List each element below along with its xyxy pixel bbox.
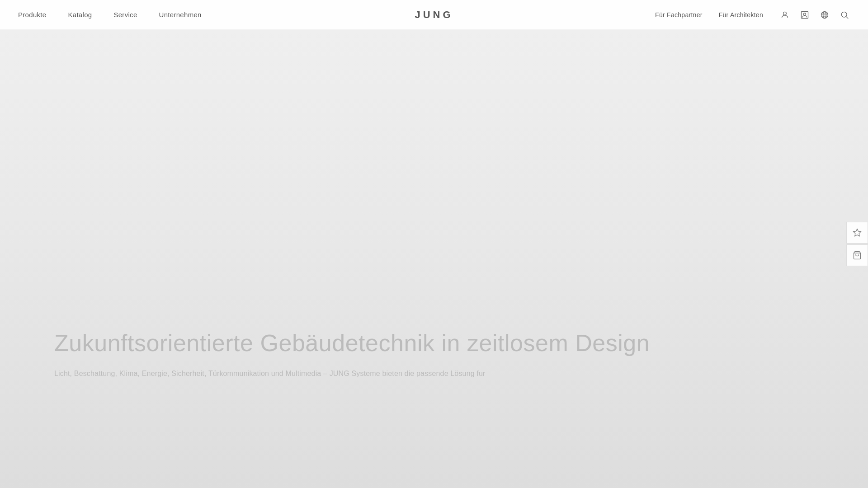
main-header: Produkte Katalog Service Unternehmen JUN… xyxy=(0,0,868,30)
svg-point-2 xyxy=(804,13,806,15)
svg-line-9 xyxy=(846,16,849,19)
globe-icon[interactable] xyxy=(819,9,830,20)
nav-unternehmen[interactable]: Unternehmen xyxy=(159,11,202,19)
hero-headline: Zukunftsorientierte Gebäudetechnik in ze… xyxy=(54,329,814,357)
cart-button[interactable] xyxy=(846,244,868,266)
hero-subline: Licht, Beschattung, Klima, Energie, Sich… xyxy=(54,368,687,380)
search-icon[interactable] xyxy=(839,9,850,20)
svg-point-8 xyxy=(841,12,847,17)
nav-icons xyxy=(779,9,850,20)
nav-service[interactable]: Service xyxy=(113,11,137,19)
nav-right-links: Für Fachpartner Für Architekten xyxy=(655,11,763,19)
nav-architekten[interactable]: Für Architekten xyxy=(719,11,763,19)
hero-area: Zukunftsorientierte Gebäudetechnik in ze… xyxy=(0,0,868,488)
hero-bottom-text: Zukunftsorientierte Gebäudetechnik in ze… xyxy=(54,329,814,380)
user-icon[interactable] xyxy=(779,9,790,20)
svg-marker-10 xyxy=(854,229,861,236)
brand-logo[interactable]: JUNG xyxy=(415,9,453,21)
nav-produkte[interactable]: Produkte xyxy=(18,11,46,19)
contact-icon[interactable] xyxy=(799,9,810,20)
nav-fachpartner[interactable]: Für Fachpartner xyxy=(655,11,703,19)
sidebar-float xyxy=(846,222,868,266)
wishlist-button[interactable] xyxy=(846,222,868,244)
main-content: Zukunftsorientierte Gebäudetechnik in ze… xyxy=(0,0,868,488)
nav-left: Produkte Katalog Service Unternehmen xyxy=(18,11,202,19)
nav-katalog[interactable]: Katalog xyxy=(68,11,92,19)
svg-point-0 xyxy=(783,12,787,15)
nav-right: Für Fachpartner Für Architekten xyxy=(655,9,850,20)
